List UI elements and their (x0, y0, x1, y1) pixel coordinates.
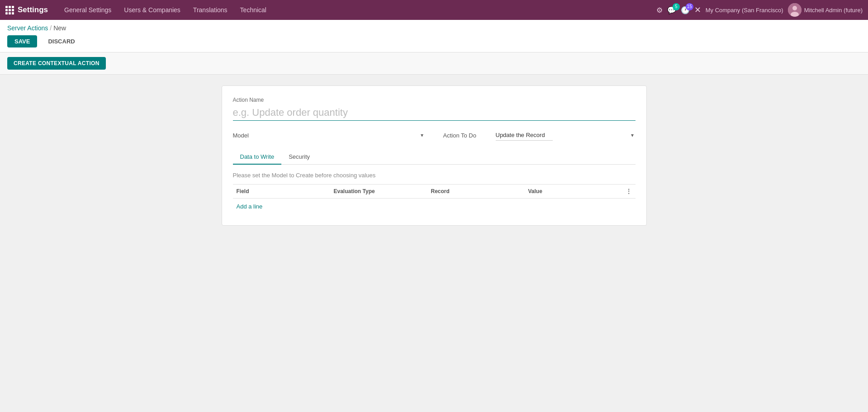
svg-point-1 (792, 6, 797, 10)
table-info-text: Please set the Model to Create before ch… (233, 172, 636, 179)
model-select-wrapper (285, 130, 425, 141)
col-field: Field (233, 188, 330, 194)
brand-title: Settings (18, 5, 48, 14)
col-record: Record (427, 188, 525, 194)
apps-icon[interactable] (5, 6, 14, 14)
user-name: Mitchell Admin (future) (804, 7, 863, 14)
topnav-right: ⚙ 💬 5 🕐 15 ✕ My Company (San Francisco) … (656, 3, 863, 17)
nav-translations[interactable]: Translations (188, 4, 233, 16)
model-label: Model (233, 132, 278, 139)
gear-icon[interactable]: ⚙ (656, 6, 663, 14)
actions-row: SAVE DISCARD (7, 35, 861, 52)
company-name: My Company (San Francisco) (706, 7, 783, 14)
action-name-field-group: Action Name (233, 97, 636, 121)
contextual-bar: CREATE CONTEXTUAL ACTION (0, 52, 868, 75)
chat-badge: 5 (673, 3, 680, 10)
save-button[interactable]: SAVE (7, 35, 37, 47)
chat-icon[interactable]: 💬 5 (667, 6, 676, 14)
topnav-menu: General Settings Users & Companies Trans… (59, 4, 656, 16)
breadcrumb-current: New (53, 24, 66, 32)
apps-grid[interactable] (5, 6, 14, 14)
breadcrumb-parent[interactable]: Server Actions (7, 24, 48, 32)
col-value: Value (525, 188, 622, 194)
clock-icon[interactable]: 🕐 15 (681, 6, 690, 14)
tabs: Data to Write Security (233, 150, 636, 165)
action-to-do-select[interactable]: Execute Python Code Create a new Record … (496, 130, 553, 141)
breadcrumb: Server Actions / New (7, 24, 861, 32)
table-header: Field Evaluation Type Record Value ⋮ (233, 184, 636, 199)
model-action-row: Model Action To Do Execute Python Code C… (233, 130, 636, 141)
close-icon[interactable]: ✕ (694, 5, 701, 15)
action-to-do-select-wrapper: Execute Python Code Create a new Record … (496, 130, 636, 141)
add-line[interactable]: Add a line (233, 199, 266, 214)
col-evaluation-type: Evaluation Type (330, 188, 427, 194)
col-menu-icon[interactable]: ⋮ (622, 188, 636, 194)
nav-general-settings[interactable]: General Settings (59, 4, 117, 16)
nav-technical[interactable]: Technical (235, 4, 272, 16)
nav-users-companies[interactable]: Users & Companies (119, 4, 186, 16)
action-name-label: Action Name (233, 97, 636, 103)
discard-button[interactable]: DISCARD (41, 35, 82, 47)
create-contextual-action-button[interactable]: CREATE CONTEXTUAL ACTION (7, 57, 106, 70)
main-content: Action Name Model Action To Do Execute P… (0, 75, 868, 412)
tab-data-to-write[interactable]: Data to Write (233, 150, 282, 165)
tab-security[interactable]: Security (281, 150, 317, 165)
form-card: Action Name Model Action To Do Execute P… (222, 85, 647, 226)
topnav: Settings General Settings Users & Compan… (0, 0, 868, 20)
action-name-input[interactable] (233, 105, 636, 121)
subheader: Server Actions / New SAVE DISCARD (0, 20, 868, 52)
action-to-do-field: Action To Do Execute Python Code Create … (443, 130, 636, 141)
breadcrumb-separator: / (50, 24, 52, 32)
clock-badge: 15 (686, 3, 693, 10)
user-menu[interactable]: Mitchell Admin (future) (788, 3, 863, 17)
user-avatar (788, 3, 802, 17)
action-to-do-label: Action To Do (443, 132, 489, 139)
model-field: Model (233, 130, 425, 141)
